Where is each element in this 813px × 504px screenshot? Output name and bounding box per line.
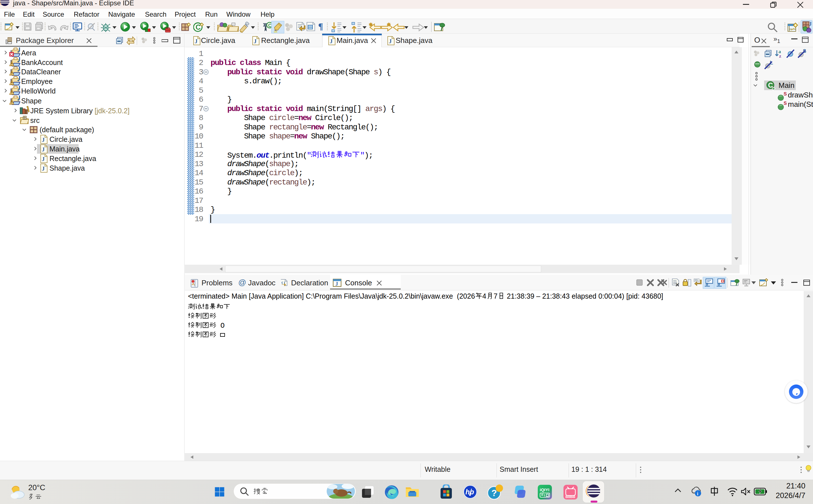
svg-text:J: J bbox=[335, 281, 338, 287]
svg-text:z: z bbox=[779, 53, 781, 58]
svg-text:S: S bbox=[784, 101, 787, 106]
svg-text:S: S bbox=[784, 92, 787, 97]
svg-text:i: i bbox=[697, 491, 699, 496]
svg-text:bilibili: bilibili bbox=[565, 495, 575, 499]
svg-text:C: C bbox=[196, 23, 201, 31]
svg-text:J: J bbox=[809, 21, 812, 27]
svg-text:iQIYI: iQIYI bbox=[540, 487, 549, 492]
svg-text:C: C bbox=[768, 81, 773, 89]
